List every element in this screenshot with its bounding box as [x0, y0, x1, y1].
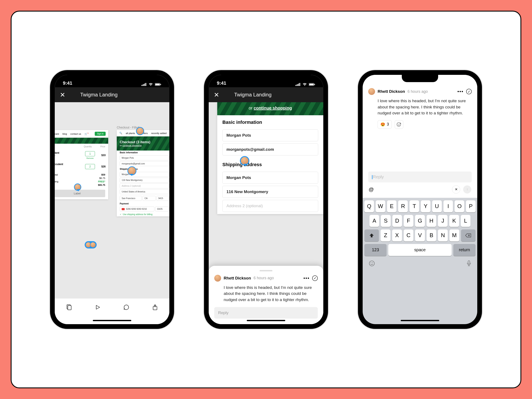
ios-keyboard[interactable]: QWERTYUIOP ASDFGHJKL ZXCVBNM 123 space r…: [363, 198, 477, 270]
key-b[interactable]: B: [427, 229, 437, 241]
pages-button[interactable]: [65, 303, 73, 311]
nav-blog[interactable]: blog: [63, 133, 67, 135]
key-e[interactable]: E: [387, 200, 397, 212]
ship-addr2-field[interactable]: Address 2 (optional): [120, 184, 169, 188]
share-button[interactable]: [151, 303, 159, 311]
drag-handle[interactable]: [260, 270, 272, 271]
basic-email-field[interactable]: morganpots@gmail.com: [120, 161, 169, 166]
comment-panel[interactable]: Rhett Dickson 6 hours ago ••• ✓ I love w…: [209, 266, 323, 324]
design-canvas-zoomed[interactable]: or continue shopping Basic information M…: [209, 102, 323, 324]
artboard-checkout[interactable]: 🔍 all plants st sellers recently added C…: [117, 130, 169, 216]
add-reaction-button[interactable]: [395, 120, 403, 129]
key-l[interactable]: L: [461, 215, 470, 227]
more-menu[interactable]: •••: [457, 89, 463, 94]
comment-pin-cluster[interactable]: [85, 241, 97, 248]
key-r[interactable]: R: [398, 200, 408, 212]
key-u[interactable]: U: [432, 200, 442, 212]
resolve-button[interactable]: ✓: [312, 275, 318, 281]
reply-input[interactable]: |Reply: [368, 171, 472, 182]
presence-avatar[interactable]: [136, 127, 144, 135]
artboard-cart[interactable]: plant care blog contact us 🛒● Sign in Qu…: [55, 130, 108, 199]
label-button[interactable]: Label: [55, 190, 105, 197]
key-z[interactable]: Z: [381, 229, 390, 241]
basic-email-field[interactable]: morganpots@gmail.com: [222, 144, 318, 155]
mention-button[interactable]: @: [369, 186, 374, 192]
reaction-chip[interactable]: 😍 3: [378, 120, 392, 129]
nav-contact[interactable]: contact us: [70, 133, 81, 135]
dictation-button[interactable]: [467, 260, 471, 267]
ship-name-field[interactable]: Morgan Pots: [222, 172, 318, 184]
ship-country-field[interactable]: United States of America: [120, 189, 169, 194]
outer-frame: 9:41 ✕ Twigma Landing plant care blog c: [11, 11, 521, 388]
key-v[interactable]: V: [415, 229, 425, 241]
key-g[interactable]: G: [415, 215, 425, 227]
key-j[interactable]: J: [438, 215, 448, 227]
key-c[interactable]: C: [404, 229, 413, 241]
design-canvas[interactable]: plant care blog contact us 🛒● Sign in Qu…: [55, 102, 169, 299]
key-m[interactable]: M: [450, 229, 459, 241]
nav-plant-care[interactable]: plant care: [55, 133, 59, 135]
key-i[interactable]: I: [443, 200, 453, 212]
shift-key[interactable]: [364, 229, 379, 241]
key-x[interactable]: X: [392, 229, 402, 241]
send-button[interactable]: ↑: [463, 185, 471, 194]
key-w[interactable]: W: [376, 200, 385, 212]
ship-addr1-field[interactable]: 116 New Montgomery: [120, 178, 169, 183]
card-number-field[interactable]: 5206 9283 9283 9210: [120, 207, 154, 211]
key-t[interactable]: T: [410, 200, 419, 212]
key-o[interactable]: O: [455, 200, 464, 212]
comment-button[interactable]: [122, 303, 130, 311]
ship-city-field[interactable]: San Francisco: [120, 196, 142, 201]
close-reply-button[interactable]: ✕: [452, 185, 460, 194]
key-f[interactable]: F: [404, 215, 413, 227]
home-indicator[interactable]: [247, 320, 285, 321]
more-menu[interactable]: •••: [304, 275, 310, 281]
numbers-key[interactable]: 123: [364, 244, 386, 256]
key-s[interactable]: S: [381, 215, 390, 227]
ship-state-field[interactable]: CA: [143, 196, 156, 201]
ship-addr1-field[interactable]: 116 New Montgomery: [222, 186, 318, 198]
close-button[interactable]: ✕: [214, 91, 219, 99]
key-a[interactable]: A: [369, 215, 379, 227]
basic-name-field[interactable]: Morgan Pots: [120, 155, 169, 160]
avatar: [368, 88, 375, 95]
comment-pin-avatar[interactable]: [240, 156, 249, 165]
key-h[interactable]: H: [427, 215, 436, 227]
reply-input[interactable]: Reply: [214, 307, 318, 319]
backspace-key[interactable]: [461, 229, 475, 241]
comment-body: I love where this is headed, but I'm not…: [214, 282, 318, 303]
resolve-button[interactable]: ✓: [466, 89, 472, 94]
home-indicator[interactable]: [93, 320, 131, 321]
key-n[interactable]: N: [438, 229, 448, 241]
artboard-checkout-zoomed[interactable]: or continue shopping Basic information M…: [217, 102, 323, 214]
billing-checkbox-row[interactable]: ✓Use shipping address for billing: [117, 212, 169, 216]
key-k[interactable]: K: [449, 215, 459, 227]
space-key[interactable]: space: [388, 244, 452, 256]
cart-icon[interactable]: 🛒●: [84, 132, 89, 135]
key-q[interactable]: Q: [364, 200, 374, 212]
home-indicator[interactable]: [401, 320, 439, 321]
play-button[interactable]: [94, 303, 102, 311]
comment-pin-avatar[interactable]: [127, 166, 136, 175]
key-d[interactable]: D: [392, 215, 402, 227]
nav-recent[interactable]: recently added: [151, 132, 167, 134]
ship-name-field[interactable]: Morgan Pots: [120, 172, 169, 177]
basic-name-field[interactable]: Morgan Pots: [222, 129, 318, 141]
card-expiry-field[interactable]: 03/25: [155, 207, 169, 211]
key-y[interactable]: Y: [421, 200, 431, 212]
qty-stepper[interactable]: 2: [85, 164, 95, 169]
close-button[interactable]: ✕: [60, 91, 65, 99]
return-key[interactable]: return: [453, 244, 475, 256]
continue-shopping-link[interactable]: continue shopping: [253, 106, 292, 110]
remove-link[interactable]: Remove: [85, 157, 95, 159]
signin-button[interactable]: Sign in: [95, 132, 106, 136]
emoji-keyboard-button[interactable]: [369, 260, 375, 267]
continue-shopping-link[interactable]: continue shopping: [122, 144, 142, 147]
qty-stepper[interactable]: 1: [85, 151, 95, 156]
search-icon[interactable]: 🔍: [119, 132, 122, 134]
nav-all-plants[interactable]: all plants: [126, 132, 135, 134]
ship-zip-field[interactable]: 9415: [157, 196, 170, 201]
ship-addr2-field[interactable]: Address 2 (optional): [222, 200, 318, 212]
comment-pin-avatar[interactable]: [74, 184, 81, 191]
key-p[interactable]: P: [466, 200, 475, 212]
